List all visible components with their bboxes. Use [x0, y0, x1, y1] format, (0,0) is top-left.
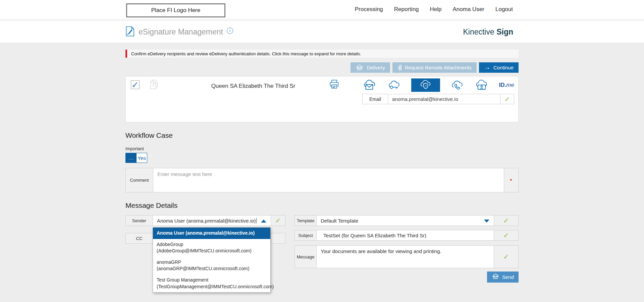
request-remote-attachments-button[interactable]: Request Remote Attachments — [392, 62, 477, 73]
text-cursor — [256, 218, 257, 223]
email-delivery-icon[interactable] — [362, 79, 377, 91]
dropdown-option[interactable]: anomaGRP (anomaGRP@IMMTestCU.onmicrosoft… — [153, 257, 270, 275]
svg-text:?: ? — [425, 84, 427, 88]
doc-count: 1 — [152, 83, 154, 87]
idme-icon[interactable]: ID.me — [499, 82, 514, 88]
green-check-icon: ✓ — [504, 95, 510, 103]
toggle-yes[interactable]: Yes — [137, 153, 147, 163]
email-label: Email — [363, 94, 388, 104]
top-nav: Processing Reporting Help Anoma User Log… — [355, 6, 513, 13]
right-column: Template Default Template ✓ Subject Test… — [294, 215, 519, 283]
recipient-checkbox[interactable]: ✓ — [131, 80, 140, 89]
send-label: Send — [502, 274, 514, 280]
green-check-icon: ✓ — [503, 231, 509, 239]
important-toggle[interactable]: ... Yes — [125, 153, 147, 163]
access-key-icon[interactable] — [387, 80, 401, 91]
kinective-sign-logo: Kinective Sign — [463, 27, 513, 37]
email-row: Email anoma.premalal@kinective.io ✓ — [362, 94, 514, 104]
alert-banner[interactable]: Confirm eDelivery recipients and review … — [125, 50, 519, 58]
document-count-icon[interactable]: 1 — [149, 79, 158, 92]
svg-text:x: x — [127, 33, 128, 35]
important-label: Important — [125, 146, 519, 151]
nav-user[interactable]: Anoma User — [453, 6, 484, 13]
send-row: Send — [294, 271, 519, 283]
message-row: Message Your documents are available for… — [294, 245, 519, 268]
continue-button[interactable]: → Continue — [479, 62, 519, 73]
main-content: Confirm eDelivery recipients and review … — [125, 43, 519, 283]
checkmark-icon: ✓ — [131, 81, 139, 89]
comment-label: Comment — [126, 168, 153, 192]
template-label: Template — [295, 216, 316, 226]
phone-call-icon[interactable] — [450, 80, 464, 91]
comment-field-row: Comment Enter message text here — [125, 168, 519, 192]
dropdown-option[interactable]: Anoma User (anoma.premalal@kinective.io) — [153, 228, 270, 239]
request-remote-attachments-label: Request Remote Attachments — [405, 65, 472, 70]
template-select[interactable]: Default Template — [316, 216, 494, 226]
comment-required-strip — [504, 168, 518, 192]
app-header: x eSignature Management i Kinective Sign — [0, 21, 644, 43]
continue-label: Continue — [493, 65, 514, 70]
photo-id-icon[interactable] — [474, 80, 489, 91]
left-column: Sender Anoma User (anoma.premalal@kinect… — [125, 215, 285, 244]
info-icon[interactable]: i — [227, 27, 233, 34]
sender-row: Sender Anoma User (anoma.premalal@kinect… — [125, 215, 285, 226]
sender-label: Sender — [126, 216, 153, 226]
email-valid-indicator: ✓ — [500, 94, 514, 104]
idme-italic: me — [506, 82, 514, 88]
workflow-case-heading: Workflow Case — [125, 131, 519, 139]
email-input[interactable]: anoma.premalal@kinective.io — [388, 94, 500, 104]
message-details-columns: Sender Anoma User (anoma.premalal@kinect… — [125, 215, 519, 283]
esignature-document-pen-icon: x — [125, 26, 135, 38]
template-row: Template Default Template ✓ — [294, 215, 519, 226]
fi-logo-placeholder: Place FI Logo Here — [126, 3, 225, 17]
nav-reporting[interactable]: Reporting — [394, 6, 419, 13]
green-check-icon: ✓ — [275, 217, 281, 225]
cloud-envelope-icon — [492, 274, 499, 281]
subject-input[interactable]: TestSet (for Queen SA Elizabeth The Thir… — [316, 230, 494, 240]
template-valid-indicator: ✓ — [494, 216, 518, 226]
message-details-heading: Message Details — [125, 201, 519, 209]
cloud-envelope-icon — [356, 65, 364, 71]
sender-valid-indicator: ✓ — [271, 216, 285, 226]
recipient-card: ✓ 1 Queen SA Elizabeth The Third Sr — [125, 76, 519, 122]
delivery-button[interactable]: Delivery — [351, 62, 390, 73]
idme-bold: ID. — [499, 82, 506, 88]
arrow-right-icon: → — [484, 64, 490, 70]
authentication-methods: ? ID.me — [362, 78, 514, 92]
nav-processing[interactable]: Processing — [355, 6, 383, 13]
dropdown-option[interactable]: Test Group Management (TestGroupManageme… — [153, 275, 270, 292]
security-question-icon[interactable]: ? — [411, 78, 440, 92]
alert-text: Confirm eDelivery recipients and review … — [131, 51, 361, 56]
subject-row: Subject TestSet (for Queen SA Elizabeth … — [294, 230, 519, 241]
sender-dropdown: Anoma User (anoma.premalal@kinective.io)… — [153, 227, 271, 293]
recipient-name: Queen SA Elizabeth The Third Sr — [176, 83, 330, 89]
cc-label: CC — [126, 233, 153, 243]
send-button[interactable]: Send — [487, 271, 519, 283]
subject-label: Subject — [295, 230, 316, 240]
sender-input[interactable]: Anoma User (anoma.premalal@kinective.io) — [153, 216, 271, 226]
divider — [0, 19, 644, 21]
page-title: eSignature Management — [139, 27, 223, 37]
required-dot-icon — [510, 179, 512, 181]
printer-icon[interactable] — [329, 79, 339, 91]
top-bar: Place FI Logo Here Processing Reporting … — [0, 0, 644, 19]
paperclip-icon — [397, 64, 402, 71]
delivery-label: Delivery — [367, 65, 385, 70]
nav-logout[interactable]: Logout — [495, 6, 513, 13]
nav-help[interactable]: Help — [430, 6, 442, 13]
comment-textarea[interactable]: Enter message text here — [153, 168, 504, 192]
chevron-down-icon[interactable] — [484, 220, 489, 223]
action-buttons: Delivery Request Remote Attachments → Co… — [125, 62, 519, 73]
chevron-up-icon[interactable] — [261, 220, 266, 223]
green-check-icon: ✓ — [503, 217, 509, 225]
message-textarea[interactable]: Your documents are available for viewing… — [316, 246, 494, 268]
message-valid-indicator: ✓ — [494, 246, 518, 268]
subject-valid-indicator: ✓ — [494, 230, 518, 240]
dropdown-option[interactable]: AdobeGroup (AdobeGroup@IMMTestCU.onmicro… — [153, 239, 270, 257]
message-label: Message — [295, 246, 316, 268]
green-check-icon: ✓ — [503, 253, 509, 261]
cc-indicator — [271, 233, 285, 243]
toggle-dots[interactable]: ... — [126, 153, 137, 163]
